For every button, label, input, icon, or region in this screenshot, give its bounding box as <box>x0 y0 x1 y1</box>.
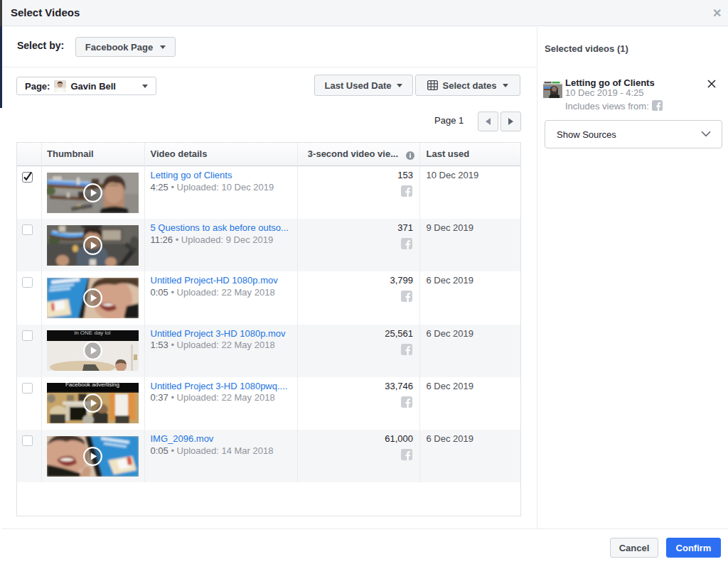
svg-text:Facebook advertising: Facebook advertising <box>65 383 119 388</box>
svg-text:in ONE day lol: in ONE day lol <box>74 330 110 336</box>
